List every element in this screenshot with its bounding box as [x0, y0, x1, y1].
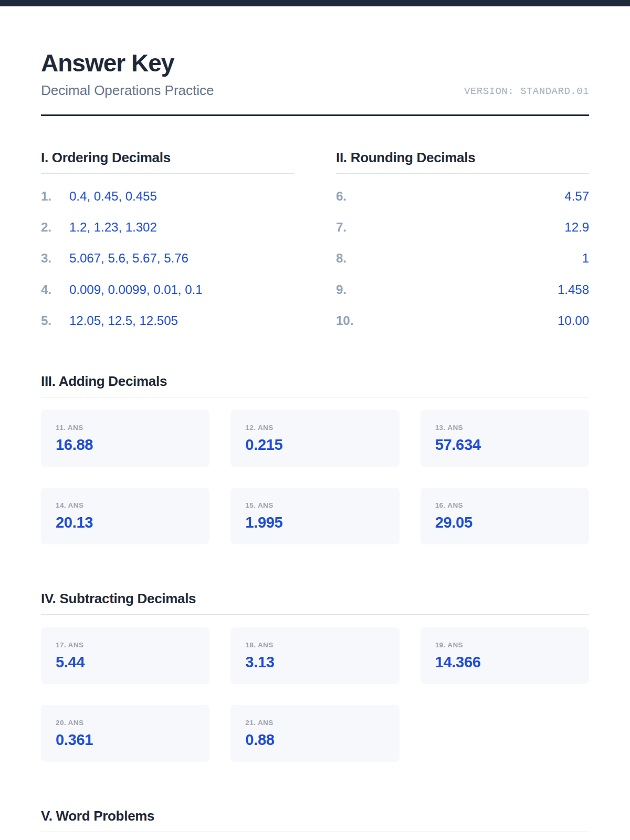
answer-text: 12.9 [564, 220, 589, 234]
answer-text: 1.458 [558, 283, 589, 296]
answer-card-label: 12. ANS [245, 424, 384, 432]
answer-card-label: 20. ANS [56, 719, 195, 727]
page-subtitle: Decimal Operations Practice [41, 82, 214, 99]
answer-text: 0.4, 0.45, 0.455 [69, 190, 157, 203]
section-heading-word-problems: V. Word Problems [41, 808, 589, 832]
answer-text: 4.57 [564, 190, 589, 203]
answer-card-label: 16. ANS [435, 501, 574, 509]
answer-text: 10.00 [558, 314, 589, 327]
list-item: 6. 4.57 [336, 190, 589, 203]
answer-card-label: 14. ANS [56, 501, 195, 509]
answer-card-value: 0.88 [245, 731, 384, 749]
question-number: 6. [336, 190, 364, 203]
answer-card-label: 19. ANS [435, 641, 574, 649]
answer-card-value: 1.995 [245, 514, 384, 531]
rounding-answer-list: 6. 4.57 7. 12.9 8. 1 9. 1.458 10. 10.0 [336, 190, 589, 327]
document-header: Answer Key Decimal Operations Practice V… [41, 51, 589, 99]
answer-card: 20. ANS 0.361 [41, 705, 209, 762]
answer-card-label: 11. ANS [56, 424, 195, 432]
answer-text: 1.2, 1.23, 1.302 [69, 220, 157, 234]
answer-card: 17. ANS 5.44 [41, 627, 209, 684]
header-divider [41, 114, 589, 116]
question-number: 5. [41, 314, 69, 327]
list-item: 2. 1.2, 1.23, 1.302 [41, 220, 294, 234]
subtracting-card-grid: 17. ANS 5.44 18. ANS 3.13 19. ANS 14.366… [41, 627, 589, 762]
question-number: 10. [336, 314, 364, 327]
answer-card-value: 0.215 [245, 436, 384, 454]
section-heading-rounding: II. Rounding Decimals [336, 150, 589, 174]
section-adding-decimals: III. Adding Decimals 11. ANS 16.88 12. A… [41, 373, 589, 544]
version-label: VERSION: STANDARD.01 [464, 86, 589, 99]
answer-card-label: 17. ANS [56, 641, 195, 649]
answer-card-value: 16.88 [56, 436, 195, 454]
answer-text: 5.067, 5.6, 5.67, 5.76 [69, 251, 188, 265]
page-title: Answer Key [41, 51, 214, 75]
page-container: Answer Key Decimal Operations Practice V… [0, 51, 630, 832]
section-heading-adding: III. Adding Decimals [41, 373, 589, 397]
answer-card-value: 3.13 [245, 654, 384, 671]
question-number: 8. [336, 251, 364, 265]
question-number: 4. [41, 283, 69, 296]
ordering-answer-list: 1. 0.4, 0.45, 0.455 2. 1.2, 1.23, 1.302 … [41, 190, 294, 327]
top-accent-bar [0, 0, 630, 7]
list-item: 8. 1 [336, 251, 589, 265]
question-number: 9. [336, 283, 364, 296]
list-item: 7. 12.9 [336, 220, 589, 234]
answer-text: 0.009, 0.0099, 0.01, 0.1 [69, 283, 203, 296]
answer-card: 15. ANS 1.995 [230, 488, 399, 544]
list-item: 4. 0.009, 0.0099, 0.01, 0.1 [41, 283, 294, 296]
answer-card-label: 18. ANS [245, 641, 384, 649]
answer-card-value: 57.634 [435, 436, 574, 454]
two-column-sections: I. Ordering Decimals 1. 0.4, 0.45, 0.455… [41, 150, 589, 327]
answer-card-value: 0.361 [56, 731, 195, 749]
list-item: 1. 0.4, 0.45, 0.455 [41, 190, 294, 203]
question-number: 1. [41, 190, 69, 203]
answer-card-label: 15. ANS [245, 501, 384, 509]
answer-card-value: 5.44 [56, 654, 195, 671]
section-rounding-decimals: II. Rounding Decimals 6. 4.57 7. 12.9 8.… [336, 150, 589, 327]
answer-card-value: 20.13 [56, 514, 195, 531]
question-number: 7. [336, 220, 364, 234]
list-item: 10. 10.00 [336, 314, 589, 327]
answer-card: 12. ANS 0.215 [230, 410, 399, 467]
header-titles: Answer Key Decimal Operations Practice [41, 51, 214, 99]
answer-text: 12.05, 12.5, 12.505 [69, 314, 178, 327]
question-number: 3. [41, 251, 69, 265]
answer-card: 19. ANS 14.366 [421, 627, 589, 684]
list-item: 5. 12.05, 12.5, 12.505 [41, 314, 294, 327]
section-subtracting-decimals: IV. Subtracting Decimals 17. ANS 5.44 18… [41, 591, 589, 762]
section-heading-ordering: I. Ordering Decimals [41, 150, 294, 174]
section-heading-subtracting: IV. Subtracting Decimals [41, 591, 589, 615]
answer-card: 18. ANS 3.13 [230, 627, 399, 684]
answer-text: 1 [582, 251, 589, 265]
answer-card-value: 14.366 [435, 654, 574, 671]
question-number: 2. [41, 220, 69, 234]
adding-card-grid: 11. ANS 16.88 12. ANS 0.215 13. ANS 57.6… [41, 410, 589, 544]
answer-card: 16. ANS 29.05 [421, 488, 589, 544]
answer-card: 21. ANS 0.88 [230, 705, 399, 762]
answer-card: 14. ANS 20.13 [41, 488, 209, 544]
answer-card: 13. ANS 57.634 [421, 410, 589, 467]
answer-card: 11. ANS 16.88 [41, 410, 209, 467]
section-word-problems: V. Word Problems [41, 808, 589, 832]
answer-card-label: 21. ANS [245, 719, 384, 727]
section-ordering-decimals: I. Ordering Decimals 1. 0.4, 0.45, 0.455… [41, 150, 294, 327]
list-item: 9. 1.458 [336, 283, 589, 296]
answer-card-label: 13. ANS [435, 424, 574, 432]
answer-card-value: 29.05 [435, 514, 574, 531]
list-item: 3. 5.067, 5.6, 5.67, 5.76 [41, 251, 294, 265]
